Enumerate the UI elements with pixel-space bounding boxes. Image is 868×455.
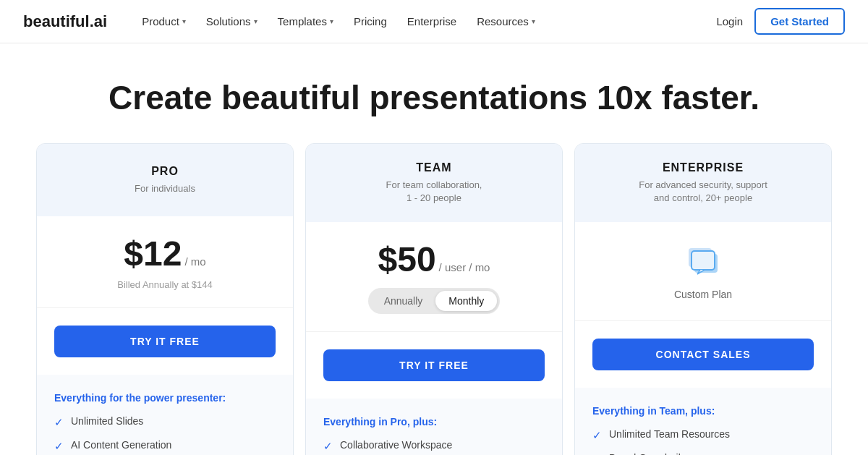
nav-label-product: Product xyxy=(142,15,179,27)
plan-card-team: TEAM For team collaboration, 1 - 20 peop… xyxy=(305,143,563,455)
plan-pricing-enterprise: Custom Plan xyxy=(575,222,831,321)
contact-sales-button[interactable]: CONTACT SALES xyxy=(592,339,814,370)
plan-desc-enterprise: For advanced security, support and contr… xyxy=(639,179,767,205)
list-item: ✓ Collaborative Workspace xyxy=(323,439,545,453)
plan-pricing-team: $50 / user / mo Annually Monthly xyxy=(306,222,562,332)
list-item: ✓ Brand Guardrails xyxy=(592,452,814,455)
plan-desc-team: For team collaboration, 1 - 20 people xyxy=(386,179,482,205)
check-icon: ✓ xyxy=(54,416,64,429)
custom-plan-icon xyxy=(592,242,814,283)
nav-auth: Login Get Started xyxy=(716,8,845,35)
chevron-down-icon: ▾ xyxy=(254,17,258,25)
svg-rect-2 xyxy=(692,251,715,270)
pricing-section: PRO For individuals $12 / mo Billed Annu… xyxy=(0,143,868,455)
nav-label-solutions: Solutions xyxy=(206,15,251,27)
plan-pricing-pro: $12 / mo Billed Annually at $144 xyxy=(37,216,293,308)
plan-features-team: Everything in Pro, plus: ✓ Collaborative… xyxy=(306,399,562,455)
nav-links: Product ▾ Solutions ▾ Templates ▾ Pricin… xyxy=(133,11,716,32)
nav-label-resources: Resources xyxy=(477,15,529,27)
plan-cta-pro: TRY IT FREE xyxy=(37,308,293,375)
check-icon: ✓ xyxy=(323,440,333,453)
plan-name-pro: PRO xyxy=(151,165,179,178)
hero-section: Create beautiful presentations 10x faste… xyxy=(0,43,868,143)
nav-item-product[interactable]: Product ▾ xyxy=(133,11,195,32)
nav-item-templates[interactable]: Templates ▾ xyxy=(269,11,342,32)
price-amount-pro: $12 xyxy=(124,234,182,273)
billing-toggle: Annually Monthly xyxy=(323,288,545,314)
price-unit-team: / user / mo xyxy=(439,261,490,273)
get-started-button[interactable]: Get Started xyxy=(754,8,845,35)
plan-card-pro: PRO For individuals $12 / mo Billed Annu… xyxy=(36,143,294,455)
nav-label-pricing: Pricing xyxy=(354,15,387,27)
plan-card-enterprise: ENTERPRISE For advanced security, suppor… xyxy=(574,143,832,455)
nav-label-enterprise: Enterprise xyxy=(407,15,456,27)
navbar: beautiful.ai Product ▾ Solutions ▾ Templ… xyxy=(0,0,868,43)
plan-cta-team: TRY IT FREE xyxy=(306,332,562,399)
list-item: ✓ AI Content Generation xyxy=(54,439,276,453)
feature-heading-team: Everything in Pro, plus: xyxy=(323,416,545,428)
logo[interactable]: beautiful.ai xyxy=(23,12,107,31)
plan-price-team: $50 / user / mo xyxy=(323,239,545,279)
plan-name-enterprise: ENTERPRISE xyxy=(663,161,744,174)
pricing-grid: PRO For individuals $12 / mo Billed Annu… xyxy=(36,143,832,455)
price-billed-pro: Billed Annually at $144 xyxy=(54,279,276,290)
custom-plan-label: Custom Plan xyxy=(592,289,814,300)
toggle-annually[interactable]: Annually xyxy=(371,291,436,311)
chevron-down-icon: ▾ xyxy=(330,17,333,25)
nav-label-templates: Templates xyxy=(278,15,327,27)
nav-item-enterprise[interactable]: Enterprise xyxy=(399,11,465,32)
try-free-button-pro[interactable]: TRY IT FREE xyxy=(54,326,276,357)
feature-label: Unlimited Slides xyxy=(71,415,143,427)
feature-label: AI Content Generation xyxy=(71,439,171,451)
plan-features-enterprise: Everything in Team, plus: ✓ Unlimited Te… xyxy=(575,388,831,455)
price-unit-pro: / mo xyxy=(184,255,205,268)
plan-header-enterprise: ENTERPRISE For advanced security, suppor… xyxy=(575,144,831,222)
feature-label: Brand Guardrails xyxy=(609,452,686,455)
try-free-button-team[interactable]: TRY IT FREE xyxy=(323,349,545,381)
chevron-down-icon: ▾ xyxy=(532,17,535,25)
plan-header-team: TEAM For team collaboration, 1 - 20 peop… xyxy=(306,144,562,222)
nav-item-solutions[interactable]: Solutions ▾ xyxy=(197,11,266,32)
feature-label: Collaborative Workspace xyxy=(340,439,452,451)
list-item: ✓ Unlimited Slides xyxy=(54,415,276,429)
plan-price-pro: $12 / mo xyxy=(54,234,276,273)
plan-cta-enterprise: CONTACT SALES xyxy=(575,321,831,388)
check-icon: ✓ xyxy=(54,440,64,453)
chevron-down-icon: ▾ xyxy=(182,17,186,25)
plan-features-pro: Everything for the power presenter: ✓ Un… xyxy=(37,375,293,455)
plan-name-team: TEAM xyxy=(416,161,451,174)
nav-item-resources[interactable]: Resources ▾ xyxy=(468,11,544,32)
plan-header-pro: PRO For individuals xyxy=(37,144,293,216)
login-button[interactable]: Login xyxy=(716,15,743,27)
plan-desc-pro: For individuals xyxy=(135,182,195,195)
feature-label: Unlimited Team Resources xyxy=(609,428,730,440)
list-item: ✓ Unlimited Team Resources xyxy=(592,428,814,442)
check-icon: ✓ xyxy=(592,429,602,442)
toggle-container: Annually Monthly xyxy=(368,288,501,314)
feature-heading-enterprise: Everything in Team, plus: xyxy=(592,405,814,417)
price-amount-team: $50 xyxy=(378,239,436,279)
hero-headline: Create beautiful presentations 10x faste… xyxy=(23,78,845,117)
feature-heading-pro: Everything for the power presenter: xyxy=(54,392,276,404)
toggle-monthly[interactable]: Monthly xyxy=(435,291,497,311)
nav-item-pricing[interactable]: Pricing xyxy=(345,11,396,32)
